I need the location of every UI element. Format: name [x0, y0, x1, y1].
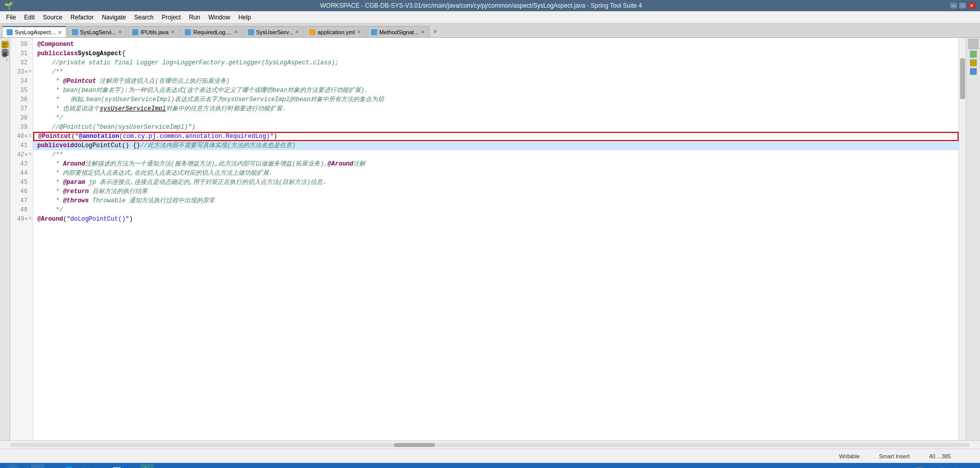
- editor-body: 林庆炬_791173 30313233⊖34353637383940⊖4142⊖…: [0, 38, 980, 440]
- code-line-39: //@Pointcut("bean(sysUserServiceImpl)"): [33, 123, 959, 132]
- tab-label-1: SysLogServi...: [80, 29, 116, 35]
- h-scroll-track: [10, 443, 970, 447]
- taskbar-p-app[interactable]: P: [31, 464, 44, 468]
- tab-icon-4: [248, 29, 254, 35]
- tab-icon-1: [72, 29, 78, 35]
- tab-close-0[interactable]: ✕: [58, 30, 62, 35]
- line-num-30: 30: [12, 40, 31, 49]
- tab-label-5: application.yml: [317, 29, 355, 35]
- code-editor[interactable]: @Componentpublic class SysLogAspect { //…: [33, 38, 959, 440]
- tab-3[interactable]: RequiredLog....✕: [180, 26, 242, 37]
- line-num-46: 46: [12, 187, 31, 196]
- windows-icon: ⊞: [11, 466, 16, 468]
- menu-item-navigate[interactable]: Navigate: [97, 13, 130, 22]
- code-line-35: * bean(bean对象名字):为一种切入点表达式(这个表达式中定义了哪个或哪…: [33, 86, 959, 95]
- line-num-36: 36: [12, 95, 31, 104]
- code-line-42: /**: [33, 150, 959, 159]
- tab-label-3: RequiredLog....: [193, 29, 231, 35]
- horizontal-scrollbar[interactable]: [0, 440, 980, 449]
- h-scroll-thumb[interactable]: [394, 443, 435, 447]
- code-line-45: * @param jp 表示连接点,连接点是动态确定的,用于封装正在执行的切入点…: [33, 178, 959, 187]
- code-line-37: * 也就是说这个sysUserServiceImpl对象中的任意方法执行时都要进…: [33, 104, 959, 113]
- taskbar-white-app[interactable]: ⬜: [110, 464, 123, 468]
- line-num-48: 48: [12, 205, 31, 215]
- line-num-34: 34: [12, 77, 31, 86]
- start-button[interactable]: ⊞: [3, 464, 23, 468]
- menu-bar: FileEditSourceRefactorNavigateSearchProj…: [0, 11, 980, 24]
- status-bar: Writable Smart Insert 40 ...385: [0, 449, 980, 463]
- minimize-button[interactable]: ─: [949, 2, 958, 9]
- tab-close-5[interactable]: ✕: [357, 29, 361, 35]
- line-num-45: 45: [12, 178, 31, 187]
- status-insert-mode[interactable]: Smart Insert: [874, 452, 914, 461]
- taskbar-z-app[interactable]: Z: [46, 464, 60, 468]
- tab-close-3[interactable]: ✕: [234, 29, 238, 35]
- code-line-48: */: [33, 205, 959, 215]
- line-num-44: 44: [12, 169, 31, 178]
- taskbar-folder[interactable]: 📁: [78, 464, 92, 468]
- tab-5[interactable]: application.yml✕: [305, 26, 365, 37]
- code-line-43: * Around注解描述的方法为一个通知方法(服务增益方法),此方法内部可以做服…: [33, 159, 959, 169]
- tab-4[interactable]: SysUserServ...✕: [243, 26, 304, 37]
- task-indicator: [970, 68, 977, 75]
- code-line-49: @Around("doLogPointCut()"): [33, 215, 959, 224]
- warning-indicator: [970, 59, 977, 66]
- tab-0[interactable]: SysLogAspect...✕: [2, 26, 66, 37]
- tab-label-6: MethodSignat...: [379, 29, 419, 35]
- menu-item-help[interactable]: Help: [234, 13, 255, 22]
- taskbar-browser[interactable]: 🌐: [62, 464, 76, 468]
- code-line-36: * 例如,bean(sysUserServiceImpl)表达式表示名字为sys…: [33, 95, 959, 104]
- line-num-35: 35: [12, 86, 31, 95]
- tab-icon-2: [132, 29, 138, 35]
- menu-item-window[interactable]: Window: [204, 13, 234, 22]
- line-numbers: 30313233⊖34353637383940⊖4142⊖43444546474…: [10, 38, 33, 440]
- menu-item-edit[interactable]: Edit: [20, 13, 39, 22]
- menu-item-project[interactable]: Project: [158, 13, 185, 22]
- code-line-44: * 内部要指定切入点表达式,在此切入点表达式对应的切入点方法上做功能扩展.: [33, 169, 959, 178]
- line-num-37: 37: [12, 104, 31, 113]
- tab-close-2[interactable]: ✕: [170, 29, 175, 35]
- menu-item-file[interactable]: File: [2, 13, 20, 22]
- menu-item-search[interactable]: Search: [130, 13, 158, 22]
- menu-item-source[interactable]: Source: [39, 13, 66, 22]
- tab-icon-0: [7, 29, 13, 35]
- tab-6[interactable]: MethodSignat...✕: [366, 26, 429, 37]
- status-position[interactable]: 40 ...385: [924, 452, 955, 461]
- left-panel: 林庆炬_791173: [0, 38, 10, 440]
- scroll-thumb[interactable]: [960, 58, 965, 99]
- line-num-49: 49⊖: [12, 215, 31, 224]
- close-button[interactable]: ✕: [968, 2, 976, 9]
- line-num-47: 47: [12, 196, 31, 205]
- code-line-38: */: [33, 113, 959, 123]
- window-title: WORKSPACE - CGB-DB-SYS-V3.01/src/main/ja…: [13, 2, 949, 9]
- tab-close-6[interactable]: ✕: [421, 29, 425, 35]
- tabs-bar: SysLogAspect...✕SysLogServi...✕IPUtils.j…: [0, 24, 980, 38]
- taskbar-separator: [28, 466, 28, 468]
- tab-2[interactable]: IPUtils.java✕: [128, 26, 179, 37]
- window-controls: ─ □ ✕: [949, 2, 976, 9]
- taskbar: ⊞ P Z 🌐 📁 ● ⬜ ⇌ 🔧 ▲ ? ✉: [0, 463, 980, 468]
- line-num-33: 33⊖: [12, 67, 31, 77]
- taskbar-spring-app[interactable]: 🔧: [140, 464, 154, 468]
- maximize-button[interactable]: □: [959, 2, 967, 9]
- line-num-43: 43: [12, 159, 31, 169]
- code-line-33: /**: [33, 67, 959, 77]
- tab-close-4[interactable]: ✕: [295, 29, 299, 35]
- tab-icon-5: [309, 29, 315, 35]
- user-label: 林庆炬_791173: [0, 43, 10, 61]
- menu-item-refactor[interactable]: Refactor: [66, 13, 97, 22]
- tab-close-1[interactable]: ✕: [118, 29, 122, 35]
- code-line-34: * @Pointcut 注解用于描述切入点(在哪些点上执行拓展业务): [33, 77, 959, 86]
- status-writable[interactable]: Writable: [835, 452, 864, 461]
- title-bar: 🌱 WORKSPACE - CGB-DB-SYS-V3.01/src/main/…: [0, 0, 980, 11]
- menu-item-run[interactable]: Run: [185, 13, 204, 22]
- tabs-overflow[interactable]: »: [430, 26, 440, 37]
- tab-1[interactable]: SysLogServi...✕: [67, 26, 127, 37]
- code-line-46: * @return 目标方法的执行结果: [33, 187, 959, 196]
- line-num-32: 32: [12, 58, 31, 67]
- tab-icon-3: [185, 29, 191, 35]
- vertical-scrollbar[interactable]: [959, 38, 966, 440]
- taskbar-green-app[interactable]: ●: [94, 464, 108, 468]
- tab-label-2: IPUtils.java: [140, 29, 168, 35]
- taskbar-transfer-app[interactable]: ⇌: [125, 464, 138, 468]
